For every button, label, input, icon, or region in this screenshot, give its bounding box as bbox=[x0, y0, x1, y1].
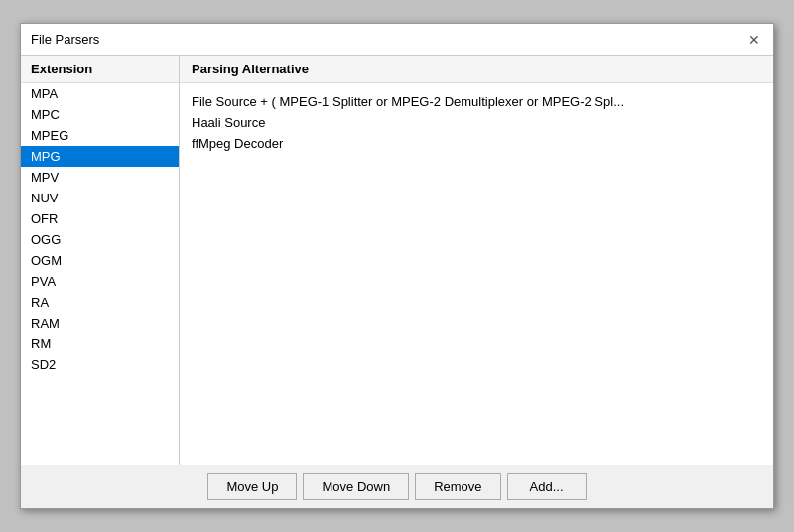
left-panel: Extension MPAMPCMPEGMPGMPVNUVOFROGGOGMPV… bbox=[21, 56, 180, 465]
parsing-alternatives-content: File Source + ( MPEG-1 Splitter or MPEG-… bbox=[180, 83, 773, 465]
dialog-title: File Parsers bbox=[31, 32, 99, 47]
list-item[interactable]: RAM bbox=[21, 313, 179, 333]
list-item[interactable]: RA bbox=[21, 292, 179, 313]
list-item[interactable]: NUV bbox=[21, 188, 179, 208]
add-button[interactable]: Add... bbox=[507, 473, 587, 500]
title-bar: File Parsers ✕ bbox=[21, 24, 773, 56]
list-item[interactable]: MPG bbox=[21, 146, 179, 167]
list-item[interactable]: OGG bbox=[21, 229, 179, 250]
list-item[interactable]: RM bbox=[21, 333, 179, 354]
list-item[interactable]: MPEG bbox=[21, 125, 179, 146]
close-button[interactable]: ✕ bbox=[745, 31, 763, 49]
list-item[interactable]: MPC bbox=[21, 104, 179, 125]
right-panel: Parsing Alternative File Source + ( MPEG… bbox=[180, 56, 773, 465]
move-down-button[interactable]: Move Down bbox=[303, 473, 409, 500]
content-area: Extension MPAMPCMPEGMPGMPVNUVOFROGGOGMPV… bbox=[21, 56, 773, 465]
extension-header: Extension bbox=[21, 56, 179, 83]
parsing-item: ffMpeg Decoder bbox=[192, 133, 761, 154]
list-container: MPAMPCMPEGMPGMPVNUVOFROGGOGMPVARARAMRMSD… bbox=[21, 83, 179, 465]
list-item[interactable]: OFR bbox=[21, 208, 179, 229]
list-item[interactable]: MPV bbox=[21, 167, 179, 188]
list-item[interactable]: PVA bbox=[21, 271, 179, 292]
footer: Move Up Move Down Remove Add... bbox=[21, 465, 773, 508]
extension-list[interactable]: MPAMPCMPEGMPGMPVNUVOFROGGOGMPVARARAMRMSD… bbox=[21, 83, 179, 465]
remove-button[interactable]: Remove bbox=[415, 473, 500, 500]
parsing-alternative-header: Parsing Alternative bbox=[180, 56, 773, 83]
list-item[interactable]: OGM bbox=[21, 250, 179, 271]
list-item[interactable]: MPA bbox=[21, 83, 179, 104]
list-item[interactable]: SD2 bbox=[21, 354, 179, 375]
parsing-item: Haali Source bbox=[192, 112, 761, 133]
file-parsers-dialog: File Parsers ✕ Extension MPAMPCMPEGMPGMP… bbox=[20, 23, 774, 509]
move-up-button[interactable]: Move Up bbox=[207, 473, 297, 500]
parsing-item: File Source + ( MPEG-1 Splitter or MPEG-… bbox=[192, 91, 761, 112]
